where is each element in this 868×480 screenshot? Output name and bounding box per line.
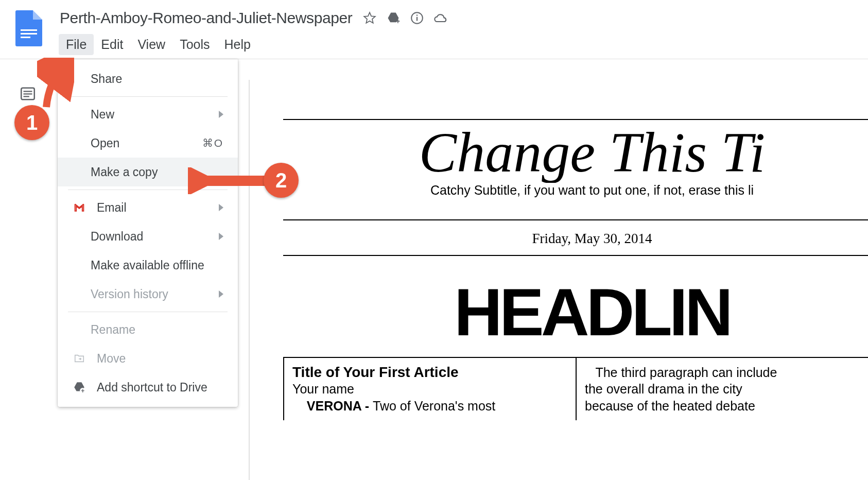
info-icon[interactable] [410,11,424,25]
svg-rect-2 [416,17,418,21]
annotation-arrow-1 [37,58,74,109]
document-title[interactable]: Perth-Amboy-Romeo-and-Juliet-Newspaper [59,7,353,29]
masthead-title[interactable]: Change This Ti [283,123,868,183]
headline[interactable]: HEADLIN [283,259,868,357]
app-header: Perth-Amboy-Romeo-and-Juliet-Newspaper +… [0,0,868,59]
article-columns: Title of Your First Article Your name VE… [283,357,868,421]
menu-item-rename[interactable]: Rename [58,315,238,344]
annotation-number: 1 [26,111,38,134]
chevron-right-icon [219,111,223,118]
svg-text:+: + [81,387,84,394]
menu-item-open[interactable]: Open ⌘O [58,129,238,158]
menu-edit[interactable]: Edit [94,34,130,55]
col2-text: because of the heated debate [585,399,755,413]
menu-item-version-history[interactable]: Version history [58,280,238,308]
menu-item-label: Move [97,352,126,366]
article-byline: Your name [292,382,567,397]
svg-rect-6 [24,93,32,94]
rule [283,119,868,120]
rule [283,255,868,256]
svg-rect-5 [24,91,32,92]
menu-item-email[interactable]: Email [58,193,238,222]
svg-text:+: + [396,17,400,25]
column-1[interactable]: Title of Your First Article Your name VE… [284,358,577,421]
file-dropdown: Share New Open ⌘O Make a copy Email Down… [58,59,238,407]
menu-divider [68,312,228,312]
menu-item-share[interactable]: Share [58,64,238,93]
menu-item-offline[interactable]: Make available offline [58,251,238,280]
gmail-icon [72,200,86,215]
menu-view[interactable]: View [130,34,172,55]
menu-item-label: Email [97,201,127,215]
menu-help[interactable]: Help [217,34,258,55]
menubar: File Edit View Tools Help [59,34,448,55]
chevron-right-icon [219,233,223,240]
annotation-arrow-2 [188,167,270,194]
menu-tools[interactable]: Tools [172,34,217,55]
dateline: VERONA - [307,399,373,413]
drive-shortcut-icon: + [72,380,86,395]
col2-text: the overall drama in the city [585,382,742,396]
menu-item-new[interactable]: New [58,100,238,129]
chevron-right-icon [219,204,223,211]
col2-text: The third paragraph can include [595,365,777,380]
menu-item-label: Make a copy [91,165,158,179]
menu-divider [68,96,228,97]
menu-item-label: Share [91,72,122,86]
document-page: Change This Ti Catchy Subtitle, if you w… [283,119,868,420]
cloud-icon[interactable] [433,11,448,25]
svg-rect-3 [416,15,418,16]
annotation-badge-1: 1 [14,105,49,140]
menu-item-add-shortcut[interactable]: + Add shortcut to Drive [58,373,238,402]
article-lede: VERONA - Two of Verona's most [292,399,567,414]
docs-logo-lines [21,27,37,40]
menu-shortcut: ⌘O [202,137,223,149]
issue-date[interactable]: Friday, May 30, 2014 [283,224,868,252]
column-2[interactable]: The third paragraph can include the over… [577,358,868,421]
menu-item-label: Make available offline [91,259,204,272]
header-title-area: Perth-Amboy-Romeo-and-Juliet-Newspaper +… [59,7,448,55]
lede-text: Two of Verona's most [373,399,495,413]
menu-item-label: New [91,108,114,122]
chevron-right-icon [219,290,223,298]
outline-toggle-icon[interactable] [18,83,38,104]
menu-file[interactable]: File [59,34,94,55]
menu-item-label: Version history [91,287,168,301]
menu-item-move[interactable]: Move [58,344,238,373]
annotation-number: 2 [275,169,287,192]
article-title: Title of Your First Article [292,364,567,381]
menu-item-download[interactable]: Download [58,222,238,251]
masthead: Change This Ti Catchy Subtitle, if you w… [283,123,868,198]
folder-move-icon [72,351,86,366]
menu-item-label: Rename [91,323,135,337]
svg-rect-7 [24,96,29,97]
rule [283,219,868,220]
menu-item-label: Open [91,136,119,150]
drive-move-icon[interactable]: + [386,11,401,25]
docs-logo-icon[interactable] [15,10,42,46]
star-icon[interactable] [362,11,377,25]
document-canvas[interactable]: Change This Ti Catchy Subtitle, if you w… [250,80,868,480]
menu-item-label: Download [91,230,143,244]
annotation-badge-2: 2 [264,163,299,198]
menu-item-label: Add shortcut to Drive [97,381,207,395]
masthead-subtitle[interactable]: Catchy Subtitle, if you want to put one,… [283,183,868,198]
